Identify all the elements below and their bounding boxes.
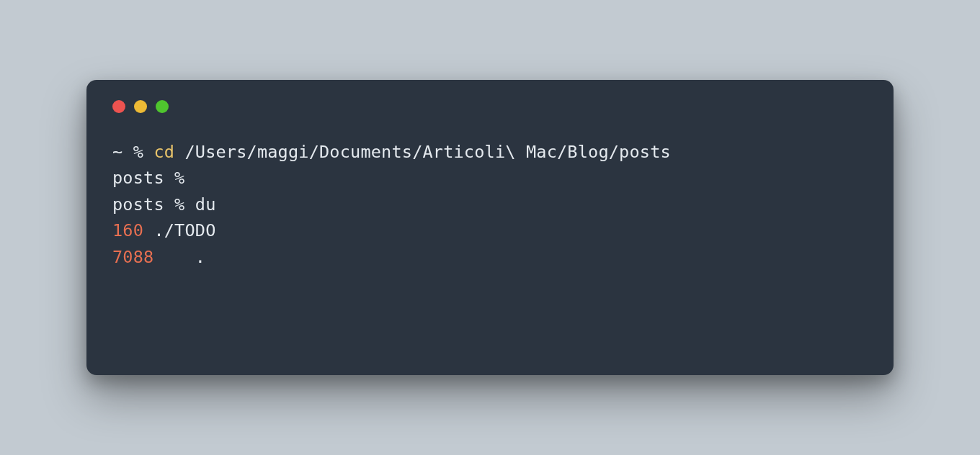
output-path: ./TODO — [153, 220, 215, 240]
prompt: ~ % — [112, 142, 143, 162]
terminal-body[interactable]: ~ % cd /Users/maggi/Documents/Articoli\ … — [112, 139, 868, 270]
output-line: 160 ./TODO — [112, 220, 216, 240]
maximize-icon[interactable] — [156, 100, 169, 113]
terminal-line: posts % — [112, 168, 184, 188]
command: cd — [153, 142, 174, 162]
output-size: 7088 — [112, 247, 153, 267]
terminal-line: ~ % cd /Users/maggi/Documents/Articoli\ … — [112, 142, 671, 162]
command-arg: /Users/maggi/Documents/Articoli\ Mac/Blo… — [184, 142, 670, 162]
terminal-window: ~ % cd /Users/maggi/Documents/Articoli\ … — [86, 80, 894, 375]
window-controls — [112, 100, 868, 113]
prompt: posts % — [112, 194, 184, 215]
output-line: 7088 . — [112, 247, 205, 267]
close-icon[interactable] — [112, 100, 125, 113]
command: du — [195, 194, 216, 215]
output-size: 160 — [112, 220, 143, 240]
minimize-icon[interactable] — [134, 100, 147, 113]
output-path: . — [195, 247, 205, 267]
terminal-line: posts % du — [112, 194, 216, 215]
prompt: posts % — [112, 168, 184, 188]
